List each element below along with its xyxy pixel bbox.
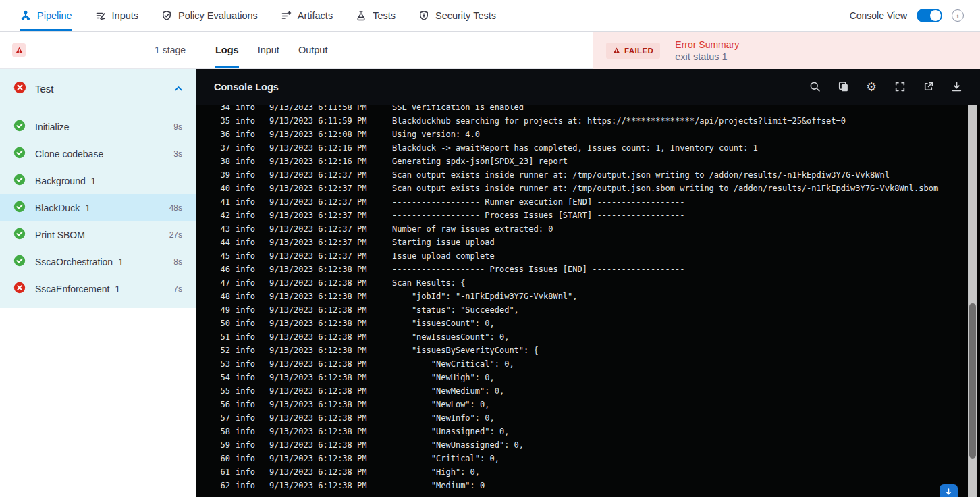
search-icon[interactable]: [809, 81, 821, 93]
tab-label: Tests: [373, 10, 396, 21]
log-line: 62 info 9/13/2023 6:12:38 PM "Medium": 0: [196, 479, 980, 492]
log-line-number: 47: [196, 278, 230, 288]
tab-policy-evaluations[interactable]: Policy Evaluations: [161, 0, 258, 31]
log-timestamp: 9/13/2023 6:11:59 PM: [269, 116, 371, 126]
step-label: SscaOrchestration_1: [35, 257, 124, 267]
log-message: Scan output exists inside runner at: /tm…: [392, 170, 890, 180]
log-timestamp: 9/13/2023 6:12:38 PM: [269, 359, 371, 369]
log-message: ------------------ Process Issues [START…: [392, 211, 684, 220]
log-line-number: 44: [196, 238, 230, 247]
warning-icon: [12, 43, 26, 57]
log-message: Issue upload complete: [392, 251, 495, 261]
log-level: info: [236, 143, 258, 153]
log-line: 54 info 9/13/2023 6:12:38 PM "NewHigh": …: [196, 371, 980, 384]
tab-logs[interactable]: Logs: [215, 32, 239, 68]
stage-divider: [13, 109, 196, 109]
log-message: Using version: 4.0: [392, 130, 480, 139]
log-message: "jobId": "-n1FkEpdiw3Y7G-Vvk8Wnl",: [392, 292, 578, 301]
console-view-toggle[interactable]: [917, 9, 942, 22]
tab-label: Artifacts: [298, 10, 333, 21]
log-line: 52 info 9/13/2023 6:12:38 PM "issuesBySe…: [196, 344, 980, 357]
tab-label: Security Tests: [435, 10, 496, 21]
copy-icon[interactable]: [837, 81, 849, 93]
log-level: info: [236, 386, 258, 396]
scrollbar-thumb[interactable]: [969, 303, 976, 459]
settings-icon[interactable]: ⚙: [865, 81, 877, 93]
step-label: BlackDuck_1: [35, 203, 90, 213]
step-label: Initialize: [35, 122, 70, 132]
step-row[interactable]: Initialize 9s: [0, 113, 196, 140]
log-line-number: 50: [196, 319, 230, 328]
log-message: ------------------- Process Issues [END]…: [392, 265, 684, 274]
log-line-number: 38: [196, 157, 230, 166]
log-level: info: [236, 332, 258, 342]
step-row[interactable]: Clone codebase 3s: [0, 140, 196, 167]
tab-pipeline[interactable]: Pipeline: [20, 0, 72, 31]
step-duration: 8s: [173, 257, 182, 267]
tab-output[interactable]: Output: [298, 32, 328, 68]
log-line: 59 info 9/13/2023 6:12:38 PM "NewUnassig…: [196, 438, 980, 452]
inputs-icon: [95, 10, 106, 21]
log-timestamp: 9/13/2023 6:12:37 PM: [269, 238, 371, 247]
scroll-to-bottom-button[interactable]: [940, 484, 958, 497]
download-icon[interactable]: [950, 81, 962, 93]
log-level: info: [236, 440, 258, 450]
log-message: "NewHigh": 0,: [392, 373, 495, 382]
top-nav: Pipeline Inputs Policy Evaluations Artif…: [0, 0, 980, 32]
log-timestamp: 9/13/2023 6:12:38 PM: [269, 346, 371, 355]
console-scrollbar[interactable]: [968, 105, 977, 497]
tab-inputs[interactable]: Inputs: [95, 0, 139, 31]
success-icon: [13, 255, 26, 269]
step-row[interactable]: SscaEnforcement_1 7s: [0, 276, 196, 303]
console-title: Console Logs: [214, 82, 279, 93]
success-icon: [13, 174, 26, 188]
log-level: info: [236, 413, 258, 423]
log-level: info: [236, 197, 258, 207]
step-row[interactable]: SscaOrchestration_1 8s: [0, 248, 196, 276]
step-row[interactable]: BlackDuck_1 48s: [0, 194, 196, 221]
log-line-number: 46: [196, 265, 230, 274]
log-level: info: [236, 170, 258, 180]
console-log-area: 34 info 9/13/2023 6:11:58 PM SSL verific…: [196, 105, 980, 497]
success-icon: [13, 120, 26, 134]
stage-header[interactable]: Test: [0, 69, 196, 109]
log-timestamp: 9/13/2023 6:12:38 PM: [269, 454, 371, 463]
log-level: info: [236, 359, 258, 369]
log-timestamp: 9/13/2023 6:12:38 PM: [269, 292, 371, 301]
step-row[interactable]: Background_1: [0, 167, 196, 194]
log-line-number: 41: [196, 197, 230, 207]
log-message: "NewMedium": 0,: [392, 386, 504, 396]
pipeline-execution-page: Pipeline Inputs Policy Evaluations Artif…: [0, 0, 980, 497]
artifacts-icon: [281, 10, 292, 21]
log-timestamp: 9/13/2023 6:12:38 PM: [269, 278, 371, 288]
log-message: "newIssuesCount": 0,: [392, 332, 509, 342]
step-row[interactable]: Print SBOM 27s: [0, 221, 196, 248]
steps-list: Initialize 9s Clone codebase 3s Backgrou…: [0, 113, 196, 303]
chevron-up-icon[interactable]: [173, 84, 184, 94]
log-timestamp: 9/13/2023 6:12:38 PM: [269, 400, 371, 409]
warning-triangle-icon: [613, 47, 620, 54]
failed-badge-label: FAILED: [624, 47, 653, 55]
tab-artifacts[interactable]: Artifacts: [281, 0, 333, 31]
log-line-number: 52: [196, 346, 230, 355]
fullscreen-icon[interactable]: [894, 81, 906, 93]
log-level: info: [236, 346, 258, 355]
step-duration: 7s: [173, 284, 182, 294]
tab-input[interactable]: Input: [258, 32, 279, 68]
log-line: 41 info 9/13/2023 6:12:37 PM -----------…: [196, 195, 980, 209]
log-line-number: 48: [196, 292, 230, 301]
info-icon[interactable]: i: [952, 9, 964, 22]
log-level: info: [236, 265, 258, 274]
log-level: info: [236, 467, 258, 477]
log-line: 37 info 9/13/2023 6:12:16 PM Blackduck -…: [196, 141, 980, 155]
log-timestamp: 9/13/2023 6:12:37 PM: [269, 184, 371, 193]
log-line-number: 36: [196, 130, 230, 139]
tab-tests[interactable]: Tests: [356, 0, 396, 31]
open-in-new-icon[interactable]: [922, 81, 934, 93]
log-message: "NewInfo": 0,: [392, 413, 495, 423]
log-message: "Medium": 0: [392, 481, 485, 490]
tab-security-tests[interactable]: Security Tests: [418, 0, 496, 31]
success-icon: [13, 201, 26, 215]
console-view-label: Console View: [850, 10, 907, 21]
log-line-number: 62: [196, 481, 230, 490]
